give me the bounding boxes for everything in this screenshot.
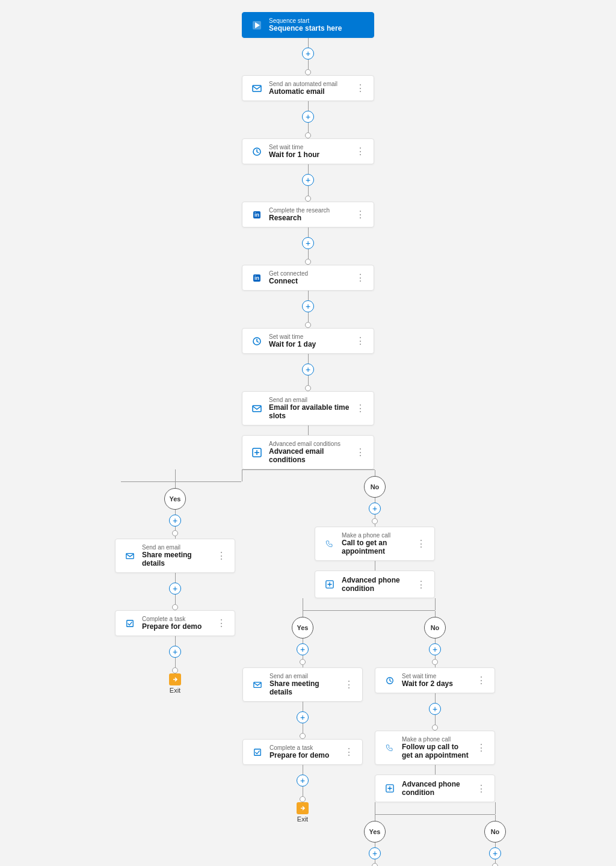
step-follow-up-call[interactable]: Make a phone call Follow up call to get … (375, 731, 495, 765)
email-slots-menu[interactable]: ⋮ (354, 403, 366, 414)
step-adv-phone-cond2[interactable]: Advanced phone condition ⋮ (375, 775, 495, 802)
svg-rect-7 (126, 553, 134, 558)
phone-icon-1 (322, 537, 337, 551)
step-auto-email[interactable]: Send an automated email Automatic email … (242, 75, 374, 101)
branch1-no-col: No + (242, 469, 507, 866)
branch3-no-col: No + (435, 802, 555, 866)
connector-3: + (302, 164, 314, 202)
email-icon-y2 (250, 678, 265, 692)
step-share-meeting-y2[interactable]: Send an email Share meeting details ⋮ (242, 667, 363, 702)
add-btn-6[interactable]: + (302, 363, 314, 376)
circle-1 (305, 69, 311, 75)
share-meeting-y1-menu[interactable]: ⋮ (215, 550, 227, 561)
step-share-meeting-y1[interactable]: Send an email Share meeting details ⋮ (115, 539, 235, 573)
step-research[interactable]: in Complete the research Research ⋮ (242, 202, 374, 227)
research-menu[interactable]: ⋮ (354, 209, 366, 220)
step-wait-1h[interactable]: Set wait time Wait for 1 hour ⋮ (242, 138, 374, 164)
advanced-icon-1 (250, 445, 264, 460)
circle-2 (305, 132, 311, 138)
branch2-split: Yes + (242, 598, 507, 866)
linkedin-icon-1: in (250, 208, 264, 222)
add-btn-3[interactable]: + (302, 174, 314, 186)
branch2-no-label: No (424, 617, 446, 639)
clock-icon-1 (250, 144, 264, 159)
line-2 (308, 101, 309, 111)
email-slots-title: Email for available time slots (269, 403, 350, 420)
connector-7 (308, 425, 309, 435)
wait-1d-content: Set wait time Wait for 1 day (269, 333, 350, 348)
branch1-yes-label: Yes (164, 488, 186, 510)
add-btn-no1[interactable]: + (369, 503, 381, 515)
adv-email-cond-menu[interactable]: ⋮ (354, 447, 366, 458)
svg-rect-2 (253, 85, 261, 91)
step-wait-1d[interactable]: Set wait time Wait for 1 day ⋮ (242, 328, 374, 354)
wait-1h-menu[interactable]: ⋮ (354, 146, 366, 157)
connector-2: + (302, 101, 314, 138)
wait-1h-title: Wait for 1 hour (269, 150, 350, 159)
email-icon-2 (250, 401, 264, 416)
adv-email-cond-subtitle: Advanced email conditions (269, 441, 350, 447)
connect-content: Get connected Connect (269, 270, 350, 285)
svg-rect-8 (127, 620, 134, 626)
phone-icon-2 (383, 741, 397, 755)
add-btn-no3[interactable]: + (489, 847, 501, 859)
step-email-slots[interactable]: Send an email Email for available time s… (242, 391, 374, 425)
step-wait-2d[interactable]: Set wait time Wait for 2 days ⋮ (375, 667, 495, 693)
step-call-appt[interactable]: Make a phone call Call to get an appoint… (315, 527, 435, 561)
start-subtitle: Sequence start (269, 17, 366, 24)
add-btn-4[interactable]: + (302, 237, 314, 249)
line-1 (308, 38, 309, 48)
clock-icon-2 (250, 334, 264, 348)
adv-phone-cond1-menu[interactable]: ⋮ (415, 579, 427, 590)
add-btn-y1-3[interactable]: + (169, 646, 181, 658)
branch1-no-label: No (364, 476, 386, 498)
add-btn-no2-2[interactable]: + (429, 703, 441, 715)
step-prepare-demo-y2[interactable]: Complete a task Prepare for demo ⋮ (242, 739, 363, 765)
email-slots-content: Send an email Email for available time s… (269, 397, 350, 420)
add-btn-y1-2[interactable]: + (169, 583, 181, 595)
add-btn-5[interactable]: + (302, 300, 314, 312)
wait-2d-menu[interactable]: ⋮ (475, 675, 487, 686)
line-1b (308, 60, 309, 69)
advanced-icon-2 (322, 577, 337, 592)
step-prepare-demo-y1[interactable]: Complete a task Prepare for demo ⋮ (115, 610, 235, 636)
share-meeting-y2-menu[interactable]: ⋮ (343, 679, 355, 690)
follow-up-call-menu[interactable]: ⋮ (475, 742, 487, 753)
step-adv-phone-cond1[interactable]: Advanced phone condition ⋮ (315, 571, 435, 598)
start-icon (250, 18, 264, 32)
add-btn-y2-3[interactable]: + (297, 775, 309, 787)
add-btn-no2[interactable]: + (429, 643, 441, 655)
add-btn-yes1[interactable]: + (169, 515, 181, 527)
wait-1d-title: Wait for 1 day (269, 340, 350, 348)
add-btn-yes3[interactable]: + (369, 847, 381, 859)
add-btn-y2-2[interactable]: + (297, 711, 309, 723)
exit-icon-y1 (169, 673, 181, 685)
branch2-no-col: No + (363, 598, 507, 866)
wait-1d-menu[interactable]: ⋮ (354, 335, 366, 347)
prepare-demo-y1-menu[interactable]: ⋮ (215, 617, 227, 629)
add-btn-1[interactable]: + (302, 48, 314, 60)
call-appt-menu[interactable]: ⋮ (415, 538, 427, 549)
auto-email-subtitle: Send an automated email (269, 81, 350, 87)
step-connect[interactable]: in Get connected Connect ⋮ (242, 265, 374, 291)
task-icon-y2 (250, 745, 265, 759)
connector-1: + (302, 38, 314, 75)
research-subtitle: Complete the research (269, 207, 350, 214)
step-start[interactable]: Sequence start Sequence starts here (242, 12, 374, 38)
connector-5: + (302, 291, 314, 328)
prepare-demo-y2-menu[interactable]: ⋮ (343, 746, 355, 758)
research-content: Complete the research Research (269, 207, 350, 222)
auto-email-menu[interactable]: ⋮ (354, 82, 366, 94)
clock-icon-3 (383, 673, 397, 688)
branch3-no-label: No (484, 821, 506, 843)
add-btn-yes2[interactable]: + (297, 643, 309, 655)
adv-phone-cond2-menu[interactable]: ⋮ (475, 783, 487, 794)
step-adv-email-cond[interactable]: Advanced email conditions Advanced email… (242, 435, 374, 469)
add-btn-2[interactable]: + (302, 111, 314, 123)
connect-menu[interactable]: ⋮ (354, 272, 366, 283)
connector-6: + (302, 354, 314, 391)
flow-container: Sequence start Sequence starts here + Se… (12, 12, 604, 866)
wait-1h-content: Set wait time Wait for 1 hour (269, 144, 350, 159)
svg-rect-11 (254, 682, 261, 687)
line-2b (308, 123, 309, 132)
